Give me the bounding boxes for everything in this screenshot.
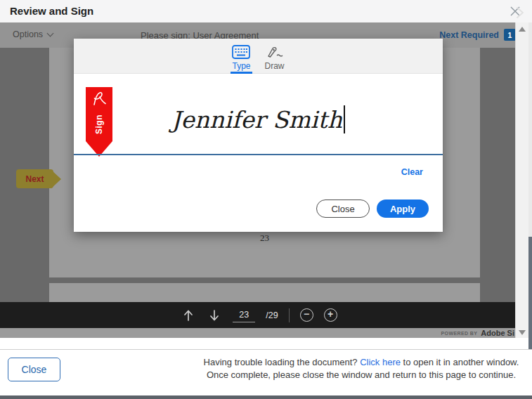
clear-signature-link[interactable]: Clear [401,167,423,177]
document-page-24 [49,283,480,302]
keyboard-icon [232,45,250,59]
tab-draw-label: Draw [265,61,285,74]
scroll-down-icon[interactable] [519,330,526,335]
page-total-label: /29 [266,310,278,320]
signature-baseline [74,154,443,155]
review-and-sign-window: Review and Sign Options Please sign: Use… [0,0,532,399]
signature-input[interactable]: Jennifer Smith [74,105,443,155]
viewer-scrollbar[interactable] [515,22,528,338]
navbar-divider [289,308,290,322]
adobe-brand-label: Adobe Si [481,329,514,337]
powered-by-label: POWERED BY [441,331,477,336]
options-menu-button[interactable]: Options [13,30,53,39]
options-label: Options [13,30,43,39]
chevron-right-icon[interactable] [514,5,528,20]
chevron-down-icon [47,30,54,37]
down-arrow-icon [208,308,221,322]
window-scrollbar[interactable] [528,22,532,399]
trouble-line2: Once complete, please close the window a… [207,369,516,380]
zoom-in-icon[interactable]: + [324,308,337,322]
trouble-text: Having trouble loading the document? Cli… [196,356,526,381]
page-up-button[interactable] [181,308,196,323]
modal-close-button[interactable]: Close [316,200,370,218]
next-required-label: Next Required [439,30,499,40]
page-down-button[interactable] [207,308,222,323]
powered-by-strip: POWERED BY Adobe Si [0,328,518,338]
signature-tabs: Type Draw [74,39,443,74]
page-number-input[interactable] [233,308,255,322]
trouble-line1-post: to open it in another window. [401,357,519,367]
tab-type-label: Type [232,61,250,74]
click-here-link[interactable]: Click here [360,357,401,367]
signature-modal: Type Draw Sign Jennifer Smith Clear C [74,39,443,232]
window-bottom-edge [0,395,532,399]
window-title: Review and Sign [10,5,93,17]
footer-panel: Close Having trouble loading the documen… [0,349,532,395]
footer-close-button[interactable]: Close [8,358,60,381]
zoom-out-icon[interactable]: − [300,308,313,322]
text-cursor [344,105,345,133]
next-required-count-badge: 1 [504,29,516,41]
tab-type[interactable]: Type [229,39,253,74]
titlebar: Review and Sign [0,0,532,22]
apply-button[interactable]: Apply [377,200,429,218]
next-required-button[interactable]: Next Required 1 [439,29,516,41]
pen-icon [266,45,284,59]
signature-text: Jennifer Smith [171,106,342,133]
scroll-up-icon[interactable] [519,27,526,32]
viewer-navbar: /29 − + [0,302,518,328]
next-field-tag[interactable]: Next [16,169,53,188]
next-tag-label: Next [25,174,44,184]
trouble-line1-pre: Having trouble loading the document? [204,357,361,367]
modal-buttons: Close Apply [316,200,429,218]
page-number-label: 23 [49,233,480,244]
up-arrow-icon [182,308,195,322]
tab-draw[interactable]: Draw [262,39,287,74]
